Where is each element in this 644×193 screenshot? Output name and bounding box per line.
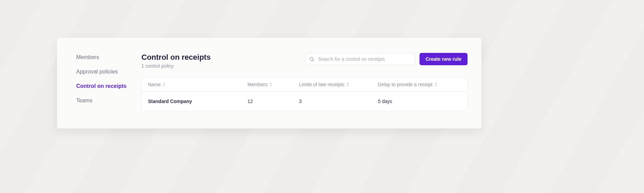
column-header-label: Members xyxy=(248,82,267,87)
main-header: Control on receipts 1 control policy Cre… xyxy=(141,53,468,69)
header-actions: Create new rule xyxy=(306,53,468,65)
cell-members: 12 xyxy=(248,99,299,104)
rules-table: Name Members Limite of late receipts xyxy=(141,77,468,111)
column-header-members[interactable]: Members xyxy=(248,82,299,87)
search-wrap xyxy=(306,53,415,65)
search-input[interactable] xyxy=(306,53,415,65)
cell-name: Standard Company xyxy=(148,99,248,104)
sort-icon xyxy=(346,83,349,86)
settings-card: Members Approval policies Control on rec… xyxy=(57,38,481,128)
sidebar-item-approval-policies[interactable]: Approval policies xyxy=(76,69,141,75)
column-header-delay[interactable]: Delay to provide a receipt xyxy=(378,82,461,87)
title-block: Control on receipts 1 control policy xyxy=(141,53,211,69)
sidebar-item-members[interactable]: Members xyxy=(76,54,141,60)
page-subtitle: 1 control policy xyxy=(141,63,211,69)
table-body: Standard Company 12 3 5 days xyxy=(142,92,467,111)
table-row[interactable]: Standard Company 12 3 5 days xyxy=(142,92,467,111)
create-new-rule-button[interactable]: Create new rule xyxy=(419,53,468,65)
column-header-label: Delay to provide a receipt xyxy=(378,82,433,87)
sidebar: Members Approval policies Control on rec… xyxy=(76,53,141,111)
column-header-label: Limite of late receipts xyxy=(299,82,344,87)
sort-icon xyxy=(269,83,272,86)
column-header-label: Name xyxy=(148,82,161,87)
sort-icon xyxy=(435,83,437,86)
sidebar-item-control-on-receipts[interactable]: Control on receipts xyxy=(76,83,141,89)
column-header-limit[interactable]: Limite of late receipts xyxy=(299,82,378,87)
column-header-name[interactable]: Name xyxy=(148,82,248,87)
table-header-row: Name Members Limite of late receipts xyxy=(142,77,467,92)
search-icon xyxy=(309,56,314,62)
main-content: Control on receipts 1 control policy Cre… xyxy=(141,53,468,111)
cell-delay: 5 days xyxy=(378,99,461,104)
cell-limit: 3 xyxy=(299,99,378,104)
svg-line-1 xyxy=(313,60,314,61)
sort-icon xyxy=(163,83,165,86)
page-title: Control on receipts xyxy=(141,53,211,62)
sidebar-item-teams[interactable]: Teams xyxy=(76,98,141,104)
